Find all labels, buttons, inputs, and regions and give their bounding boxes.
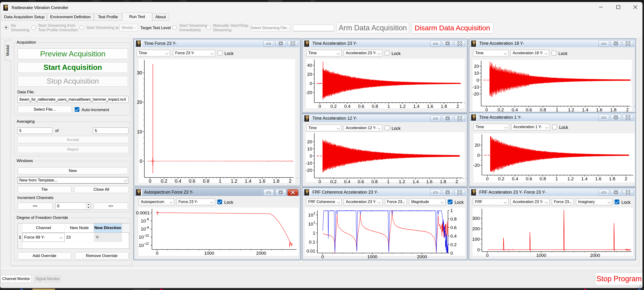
svg-text:0: 0 bbox=[310, 154, 312, 158]
svg-text:10: 10 bbox=[141, 218, 146, 224]
svg-text:1: 1 bbox=[387, 179, 390, 184]
svg-text:2000: 2000 bbox=[590, 253, 600, 258]
svg-text:-12: -12 bbox=[144, 242, 149, 246]
svg-text:2000: 2000 bbox=[256, 251, 266, 256]
svg-text:-20: -20 bbox=[306, 168, 312, 173]
svg-text:0.6: 0.6 bbox=[358, 179, 364, 184]
svg-text:200: 200 bbox=[472, 226, 480, 231]
svg-text:2: 2 bbox=[626, 107, 629, 112]
svg-text:-20: -20 bbox=[473, 92, 479, 96]
svg-text:1.2: 1.2 bbox=[568, 107, 574, 112]
svg-text:0: 0 bbox=[148, 178, 151, 184]
svg-text:0: 0 bbox=[486, 253, 489, 258]
svg-text:0: 0 bbox=[310, 81, 312, 86]
svg-text:10: 10 bbox=[139, 243, 144, 248]
svg-text:0.4: 0.4 bbox=[450, 234, 457, 238]
svg-text:0.0001: 0.0001 bbox=[136, 210, 150, 215]
svg-text:300: 300 bbox=[472, 216, 480, 221]
svg-text:1.4: 1.4 bbox=[413, 104, 420, 109]
svg-text:2: 2 bbox=[456, 104, 459, 109]
svg-text:0.4: 0.4 bbox=[344, 179, 350, 184]
svg-text:-10: -10 bbox=[473, 84, 479, 90]
svg-text:100: 100 bbox=[472, 237, 480, 242]
svg-text:-6: -6 bbox=[146, 217, 149, 221]
svg-text:1: 1 bbox=[388, 104, 390, 109]
svg-text:10: 10 bbox=[307, 146, 312, 152]
svg-text:1: 1 bbox=[219, 178, 222, 184]
svg-text:0.2: 0.2 bbox=[330, 179, 336, 184]
svg-text:2: 2 bbox=[456, 179, 458, 184]
svg-text:0.6: 0.6 bbox=[526, 176, 532, 181]
svg-text:0.2: 0.2 bbox=[498, 107, 504, 112]
svg-text:-8: -8 bbox=[146, 226, 149, 229]
svg-text:0.8: 0.8 bbox=[372, 104, 378, 109]
svg-text:0: 0 bbox=[477, 247, 480, 252]
svg-text:1.6: 1.6 bbox=[595, 176, 601, 181]
svg-text:0.4: 0.4 bbox=[512, 176, 518, 181]
svg-text:2: 2 bbox=[625, 176, 628, 181]
svg-text:0: 0 bbox=[477, 153, 480, 158]
svg-text:0: 0 bbox=[486, 107, 488, 112]
svg-text:1: 1 bbox=[313, 230, 315, 236]
svg-text:0.6: 0.6 bbox=[526, 107, 532, 112]
svg-text:1: 1 bbox=[556, 107, 558, 112]
svg-text:0.6: 0.6 bbox=[189, 178, 195, 184]
svg-text:0: 0 bbox=[140, 158, 142, 164]
svg-text:20: 20 bbox=[137, 100, 142, 105]
svg-text:10: 10 bbox=[308, 212, 313, 218]
svg-text:0: 0 bbox=[450, 251, 453, 256]
svg-text:10: 10 bbox=[308, 222, 313, 226]
svg-text:0.2: 0.2 bbox=[450, 242, 456, 247]
svg-text:0.2: 0.2 bbox=[161, 178, 167, 184]
svg-text:0.2: 0.2 bbox=[330, 104, 336, 109]
svg-text:0.4: 0.4 bbox=[175, 178, 181, 184]
svg-text:0: 0 bbox=[322, 254, 324, 259]
svg-text:20: 20 bbox=[475, 143, 480, 148]
svg-text:-10: -10 bbox=[306, 161, 312, 166]
svg-text:30: 30 bbox=[137, 70, 142, 75]
svg-text:-20: -20 bbox=[473, 163, 480, 168]
svg-text:10: 10 bbox=[139, 234, 144, 240]
svg-text:1: 1 bbox=[555, 176, 558, 181]
svg-text:1.4: 1.4 bbox=[581, 176, 588, 181]
svg-text:0.8: 0.8 bbox=[203, 178, 209, 184]
svg-text:1.6: 1.6 bbox=[259, 178, 266, 184]
svg-text:1.4: 1.4 bbox=[582, 107, 588, 112]
svg-text:1.8: 1.8 bbox=[273, 178, 280, 184]
svg-text:1: 1 bbox=[450, 208, 453, 213]
svg-text:0: 0 bbox=[318, 104, 321, 109]
svg-text:0.6: 0.6 bbox=[358, 104, 364, 109]
svg-text:1.8: 1.8 bbox=[440, 179, 446, 184]
svg-text:1000: 1000 bbox=[368, 254, 377, 259]
svg-text:20: 20 bbox=[307, 139, 312, 144]
svg-text:1.6: 1.6 bbox=[596, 107, 602, 112]
svg-text:2000: 2000 bbox=[417, 254, 427, 259]
svg-text:1.2: 1.2 bbox=[568, 176, 574, 181]
svg-text:0.8: 0.8 bbox=[372, 179, 378, 184]
svg-text:0.2: 0.2 bbox=[498, 176, 504, 181]
svg-text:1.6: 1.6 bbox=[426, 179, 432, 184]
svg-text:-10: -10 bbox=[144, 234, 149, 238]
svg-text:0: 0 bbox=[156, 251, 158, 256]
svg-text:0.1: 0.1 bbox=[309, 240, 315, 244]
svg-text:0: 0 bbox=[318, 179, 321, 184]
svg-text:1.6: 1.6 bbox=[427, 104, 433, 109]
svg-text:-20: -20 bbox=[306, 90, 312, 95]
svg-text:0: 0 bbox=[476, 78, 479, 83]
svg-text:10: 10 bbox=[137, 129, 142, 134]
svg-text:1.2: 1.2 bbox=[400, 104, 406, 109]
svg-text:0.01: 0.01 bbox=[306, 248, 315, 254]
svg-text:1: 1 bbox=[314, 220, 316, 224]
svg-text:0.8: 0.8 bbox=[540, 176, 546, 181]
svg-text:1.2: 1.2 bbox=[399, 179, 405, 184]
svg-text:0.4: 0.4 bbox=[344, 104, 350, 109]
svg-text:1.2: 1.2 bbox=[231, 178, 238, 184]
svg-text:1.8: 1.8 bbox=[610, 107, 616, 112]
svg-text:1.8: 1.8 bbox=[609, 176, 615, 181]
svg-text:1.8: 1.8 bbox=[441, 104, 447, 109]
svg-text:20: 20 bbox=[307, 72, 312, 77]
svg-text:0.4: 0.4 bbox=[512, 107, 518, 112]
svg-text:1000: 1000 bbox=[536, 253, 546, 258]
svg-text:1.4: 1.4 bbox=[412, 179, 419, 184]
svg-text:2: 2 bbox=[314, 211, 316, 215]
